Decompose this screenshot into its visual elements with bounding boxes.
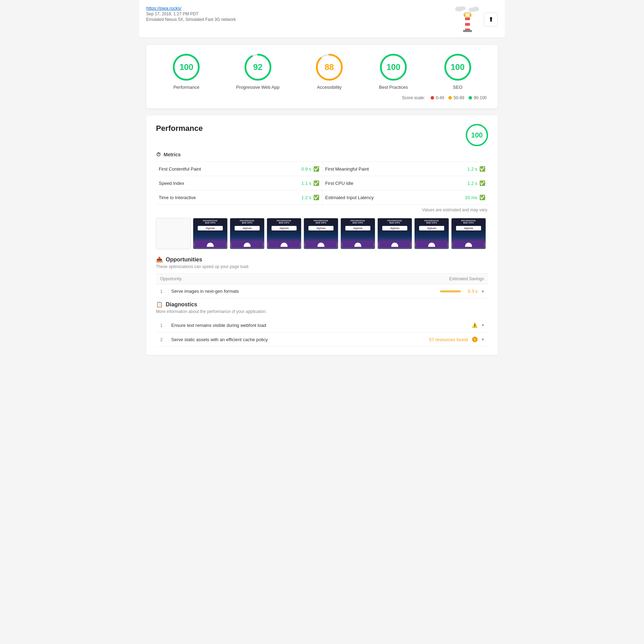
chevron-icon[interactable]: ▾ <box>482 289 484 294</box>
diagnostics-section: 📋 Diagnostics More information about the… <box>156 301 488 347</box>
filmstrip: PROGRESSIVEWEB APPS digikala PROGRESSIVE… <box>156 217 488 251</box>
opportunities-title: Opportunities <box>166 257 202 263</box>
frame-logo: digikala <box>272 226 297 230</box>
logo-text2: ala <box>248 227 252 229</box>
filmstrip-frame: PROGRESSIVEWEB APPS digikala <box>414 218 449 249</box>
score-number-seo: 100 <box>451 62 465 72</box>
share-button[interactable]: ⬆ <box>484 13 498 26</box>
scale-label: 90-100 <box>474 95 487 100</box>
logo-text2: ala <box>433 227 436 229</box>
frame-bottom <box>195 242 226 248</box>
metric-value: 1.2 s ✅ <box>468 166 485 172</box>
score-label-best_practices: Best Practices <box>379 85 408 90</box>
score-circle-seo: 100 <box>444 53 472 81</box>
check-icon: ✅ <box>479 166 485 172</box>
frame-bottom <box>342 242 374 248</box>
frame-content: PROGRESSIVEWEB APPS digikala <box>230 218 264 249</box>
diag-num: 1 <box>160 323 167 328</box>
scale-item: 50-89 <box>448 95 464 100</box>
filmstrip-frame: PROGRESSIVEWEB APPS digikala <box>193 218 228 249</box>
page-header: https://pwa.rocks/ Sep 17, 2018, 1:27 PM… <box>139 0 505 38</box>
col-opportunity: Opportunity <box>160 276 182 281</box>
scale-item: 90-100 <box>469 95 487 100</box>
frame-top-text: PROGRESSIVEWEB APPS <box>240 220 254 224</box>
scale-dot <box>431 96 434 100</box>
chevron-icon[interactable]: ▾ <box>482 323 484 328</box>
score-item-accessibility: 88 Accessibility <box>315 53 343 90</box>
scores-row: 100 Performance 92 Progressive Web App 8… <box>157 53 487 90</box>
logo-text: digi <box>427 227 431 229</box>
performance-section: Performance 100 ⏱ Metrics First Contentf… <box>146 116 498 355</box>
score-scale-label: Score scale: <box>402 95 425 100</box>
diag-name: Ensure text remains visible during webfo… <box>171 323 468 328</box>
frame-bottom <box>379 242 410 248</box>
opp-num: 1 <box>160 289 167 294</box>
scale-dot <box>469 96 472 100</box>
page-url[interactable]: https://pwa.rocks/ <box>146 6 236 11</box>
svg-point-3 <box>472 7 479 11</box>
score-number-accessibility: 88 <box>324 62 334 72</box>
scores-card: 100 Performance 92 Progressive Web App 8… <box>146 45 498 109</box>
frame-bottom <box>231 242 263 248</box>
frame-logo: digikala <box>382 226 407 230</box>
frame-logo: digikala <box>456 226 481 230</box>
metric-row: Estimated Input Latency10 ms ✅ <box>322 190 488 205</box>
opportunities-table-header: Opportunity Estimated Savings <box>156 273 488 284</box>
metric-name: Speed Index <box>159 181 184 186</box>
frame-logo: digikala <box>345 226 370 230</box>
frame-top-text: PROGRESSIVEWEB APPS <box>424 220 439 224</box>
diagnostics-subtitle: More information about the performance o… <box>156 309 488 314</box>
score-item-best_practices: 100 Best Practices <box>379 53 408 90</box>
svg-rect-5 <box>465 17 470 20</box>
svg-rect-10 <box>463 30 472 32</box>
performance-score-circle: 100 <box>466 124 488 146</box>
opp-bar <box>440 290 461 292</box>
frame-bottom <box>453 242 484 248</box>
main-content: Performance 100 ⏱ Metrics First Contentf… <box>139 116 505 368</box>
frame-top-text: PROGRESSIVEWEB APPS <box>314 220 328 224</box>
filmstrip-frame: PROGRESSIVEWEB APPS digikala <box>340 218 375 249</box>
metric-name: Estimated Input Latency <box>325 195 374 200</box>
diagnostics-title: Diagnostics <box>166 301 197 308</box>
frame-bottom <box>268 242 300 248</box>
chevron-icon[interactable]: ▾ <box>482 337 484 342</box>
metric-value: 0.9 s ✅ <box>301 166 319 172</box>
opportunity-row[interactable]: 1 Serve images in next-gen formats 0.3 s… <box>156 284 488 298</box>
frame-arch <box>244 243 251 247</box>
score-label-accessibility: Accessibility <box>317 85 341 90</box>
opportunities-header: 📤 Opportunities <box>156 256 488 263</box>
score-item-seo: 100 SEO <box>444 53 472 90</box>
score-scale: Score scale: 0-4950-8990-100 <box>157 95 487 100</box>
check-icon: ✅ <box>313 180 319 186</box>
metric-name: First CPU Idle <box>325 181 353 186</box>
logo-text2: ala <box>211 227 215 229</box>
diagnostics-header: 📋 Diagnostics <box>156 301 488 308</box>
check-icon: ✅ <box>313 195 319 200</box>
frame-logo: digikala <box>198 226 223 230</box>
opportunities-rows: 1 Serve images in next-gen formats 0.3 s… <box>156 284 488 298</box>
score-number-performance: 100 <box>179 62 193 72</box>
metric-name: Time to Interactive <box>159 195 196 200</box>
logo-text: digi <box>464 227 468 229</box>
metric-value: 1.1 s ✅ <box>301 180 319 186</box>
frame-arch <box>465 243 472 247</box>
metric-row: Speed Index1.1 s ✅ <box>156 176 322 190</box>
logo-text: digi <box>316 227 321 229</box>
opp-name: Serve images in next-gen formats <box>171 289 436 294</box>
diagnostic-row[interactable]: 1 Ensure text remains visible during web… <box>156 318 488 332</box>
diagnostic-row[interactable]: 2 Serve static assets with an efficient … <box>156 332 488 347</box>
metric-row: First Contentful Paint0.9 s ✅ <box>156 162 322 176</box>
frame-top-text: PROGRESSIVEWEB APPS <box>461 220 476 224</box>
frame-arch <box>428 243 435 247</box>
svg-point-1 <box>459 6 466 10</box>
metrics-note: Values are estimated and may vary. <box>156 207 488 212</box>
timer-icon: ⏱ <box>156 152 161 157</box>
score-item-performance: 100 Performance <box>172 53 200 90</box>
frame-top-text: PROGRESSIVEWEB APPS <box>277 220 291 224</box>
metric-row: Time to Interactive1.2 s ✅ <box>156 190 322 205</box>
score-label-seo: SEO <box>453 85 462 90</box>
metric-row: First CPU Idle1.2 s ✅ <box>322 176 488 190</box>
opportunities-subtitle: These optimizations can speed up your pa… <box>156 264 488 269</box>
opp-bar-area: 0.3 s <box>440 289 478 294</box>
frame-arch <box>207 243 214 247</box>
